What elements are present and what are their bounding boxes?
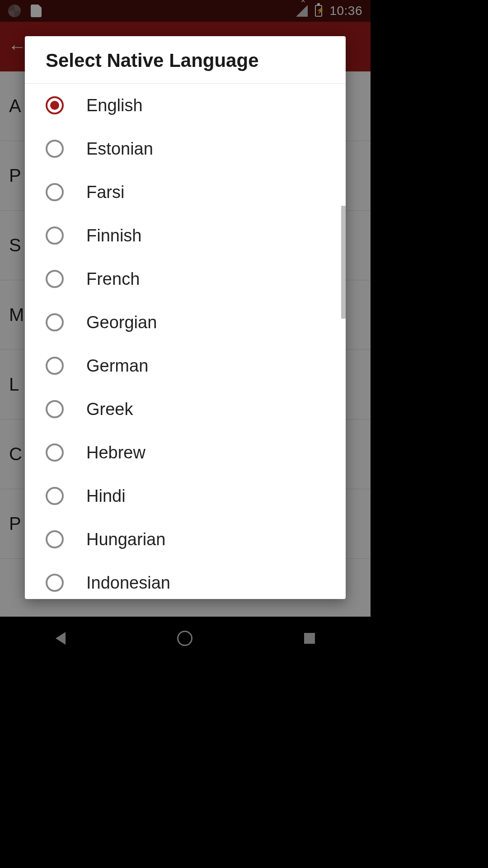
radio-unselected-icon bbox=[46, 313, 64, 331]
radio-unselected-icon bbox=[46, 183, 64, 201]
radio-unselected-icon bbox=[46, 487, 64, 505]
language-option[interactable]: Hungarian bbox=[25, 518, 346, 561]
language-option-label: Hindi bbox=[86, 486, 126, 506]
radio-unselected-icon bbox=[46, 226, 64, 245]
language-option-list[interactable]: EnglishEstonianFarsiFinnishFrenchGeorgia… bbox=[25, 84, 346, 599]
radio-unselected-icon bbox=[46, 574, 64, 592]
language-option[interactable]: Estonian bbox=[25, 127, 346, 170]
radio-selected-icon bbox=[46, 96, 64, 114]
language-option[interactable]: Hindi bbox=[25, 474, 346, 518]
language-option[interactable]: Georgian bbox=[25, 301, 346, 344]
language-option-label: German bbox=[86, 356, 148, 376]
language-option-label: English bbox=[86, 96, 143, 115]
language-option-label: Finnish bbox=[86, 226, 142, 245]
language-option[interactable]: English bbox=[25, 84, 346, 127]
radio-unselected-icon bbox=[46, 443, 64, 462]
language-option-label: Hebrew bbox=[86, 443, 145, 462]
radio-unselected-icon bbox=[46, 400, 64, 418]
language-option[interactable]: Farsi bbox=[25, 170, 346, 214]
language-dialog: Select Native Language EnglishEstonianFa… bbox=[25, 36, 346, 599]
language-option[interactable]: French bbox=[25, 257, 346, 301]
radio-unselected-icon bbox=[46, 530, 64, 548]
language-option[interactable]: Indonesian bbox=[25, 561, 346, 599]
language-option[interactable]: German bbox=[25, 344, 346, 387]
radio-unselected-icon bbox=[46, 357, 64, 375]
language-option-label: Hungarian bbox=[86, 530, 165, 549]
radio-unselected-icon bbox=[46, 140, 64, 158]
language-option-label: Indonesian bbox=[86, 573, 170, 593]
language-option[interactable]: Hebrew bbox=[25, 431, 346, 474]
language-option[interactable]: Greek bbox=[25, 387, 346, 431]
language-option-label: Estonian bbox=[86, 139, 153, 159]
radio-unselected-icon bbox=[46, 270, 64, 288]
language-option-label: Georgian bbox=[86, 313, 157, 332]
dialog-title: Select Native Language bbox=[25, 36, 346, 84]
scrollbar-thumb[interactable] bbox=[341, 206, 346, 319]
language-option[interactable]: Finnish bbox=[25, 214, 346, 257]
language-option-label: Farsi bbox=[86, 183, 124, 202]
language-option-label: Greek bbox=[86, 400, 133, 419]
language-option-label: French bbox=[86, 269, 140, 289]
